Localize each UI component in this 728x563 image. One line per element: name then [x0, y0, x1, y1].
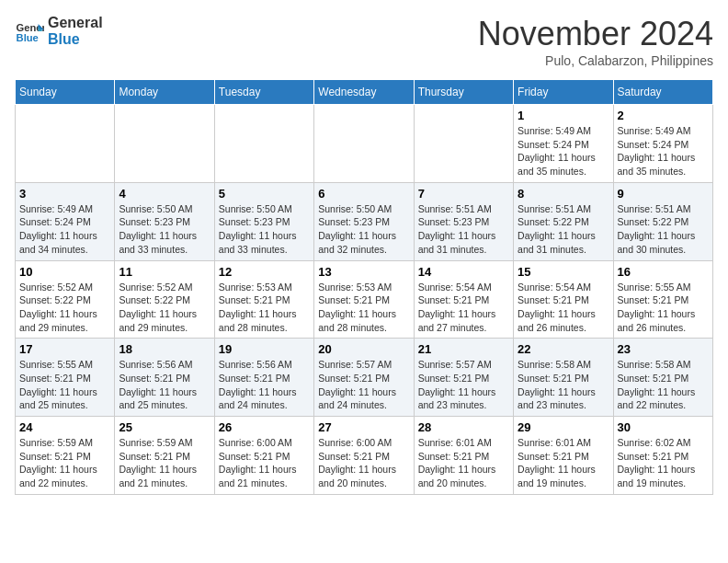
- calendar-cell: [314, 105, 414, 183]
- day-number: 18: [119, 342, 210, 356]
- day-number: 19: [219, 342, 310, 356]
- day-info: Sunrise: 5:56 AM Sunset: 5:21 PM Dayligh…: [119, 358, 210, 412]
- weekday-header-thursday: Thursday: [414, 80, 513, 105]
- calendar-week-5: 24Sunrise: 5:59 AM Sunset: 5:21 PM Dayli…: [16, 417, 713, 495]
- calendar-cell: 22Sunrise: 5:58 AM Sunset: 5:21 PM Dayli…: [514, 339, 613, 417]
- calendar-cell: 15Sunrise: 5:54 AM Sunset: 5:21 PM Dayli…: [514, 260, 613, 339]
- day-number: 13: [318, 265, 409, 279]
- weekday-header-monday: Monday: [115, 80, 214, 105]
- calendar-cell: 10Sunrise: 5:52 AM Sunset: 5:22 PM Dayli…: [16, 260, 115, 339]
- day-number: 17: [19, 342, 110, 356]
- day-info: Sunrise: 5:59 AM Sunset: 5:21 PM Dayligh…: [119, 436, 210, 490]
- calendar-cell: 13Sunrise: 5:53 AM Sunset: 5:21 PM Dayli…: [314, 260, 414, 339]
- day-info: Sunrise: 6:00 AM Sunset: 5:21 PM Dayligh…: [318, 436, 409, 490]
- day-info: Sunrise: 5:57 AM Sunset: 5:21 PM Dayligh…: [418, 358, 509, 412]
- calendar-cell: 11Sunrise: 5:52 AM Sunset: 5:22 PM Dayli…: [115, 260, 214, 339]
- calendar-cell: 8Sunrise: 5:51 AM Sunset: 5:22 PM Daylig…: [514, 182, 613, 260]
- day-info: Sunrise: 5:49 AM Sunset: 5:24 PM Dayligh…: [518, 124, 609, 178]
- weekday-header-sunday: Sunday: [16, 80, 115, 105]
- day-info: Sunrise: 6:01 AM Sunset: 5:21 PM Dayligh…: [518, 436, 609, 490]
- day-info: Sunrise: 5:50 AM Sunset: 5:23 PM Dayligh…: [219, 202, 310, 257]
- calendar-week-3: 10Sunrise: 5:52 AM Sunset: 5:22 PM Dayli…: [16, 260, 713, 339]
- calendar-cell: [414, 105, 513, 183]
- calendar-cell: 9Sunrise: 5:51 AM Sunset: 5:22 PM Daylig…: [613, 182, 712, 260]
- day-info: Sunrise: 5:53 AM Sunset: 5:21 PM Dayligh…: [318, 281, 409, 335]
- calendar-week-2: 3Sunrise: 5:49 AM Sunset: 5:24 PM Daylig…: [16, 182, 713, 260]
- day-number: 21: [418, 342, 509, 356]
- month-title: November 2024: [478, 15, 713, 53]
- weekday-header-saturday: Saturday: [613, 80, 712, 105]
- calendar-cell: [16, 105, 115, 183]
- day-info: Sunrise: 5:56 AM Sunset: 5:21 PM Dayligh…: [219, 358, 310, 412]
- logo-icon: General Blue: [15, 17, 44, 46]
- day-number: 4: [119, 187, 210, 201]
- day-number: 23: [618, 342, 709, 356]
- calendar-week-4: 17Sunrise: 5:55 AM Sunset: 5:21 PM Dayli…: [16, 339, 713, 417]
- calendar-cell: 3Sunrise: 5:49 AM Sunset: 5:24 PM Daylig…: [16, 182, 115, 260]
- calendar-cell: 7Sunrise: 5:51 AM Sunset: 5:23 PM Daylig…: [414, 182, 513, 260]
- day-info: Sunrise: 6:00 AM Sunset: 5:21 PM Dayligh…: [219, 436, 310, 490]
- calendar-table: SundayMondayTuesdayWednesdayThursdayFrid…: [15, 79, 713, 495]
- calendar-cell: 20Sunrise: 5:57 AM Sunset: 5:21 PM Dayli…: [314, 339, 414, 417]
- weekday-header-row: SundayMondayTuesdayWednesdayThursdayFrid…: [16, 80, 713, 105]
- day-number: 27: [318, 420, 409, 434]
- location: Pulo, Calabarzon, Philippines: [478, 53, 713, 68]
- calendar-cell: 6Sunrise: 5:50 AM Sunset: 5:23 PM Daylig…: [314, 182, 414, 260]
- day-info: Sunrise: 5:49 AM Sunset: 5:24 PM Dayligh…: [618, 124, 709, 178]
- day-number: 30: [618, 420, 709, 434]
- logo-wordmark: General Blue: [48, 15, 103, 47]
- day-info: Sunrise: 5:58 AM Sunset: 5:21 PM Dayligh…: [618, 358, 709, 412]
- day-info: Sunrise: 5:54 AM Sunset: 5:21 PM Dayligh…: [518, 281, 609, 335]
- day-number: 7: [418, 187, 509, 201]
- day-info: Sunrise: 5:50 AM Sunset: 5:23 PM Dayligh…: [318, 202, 409, 257]
- calendar-cell: 5Sunrise: 5:50 AM Sunset: 5:23 PM Daylig…: [214, 182, 313, 260]
- calendar-week-1: 1Sunrise: 5:49 AM Sunset: 5:24 PM Daylig…: [16, 105, 713, 183]
- day-info: Sunrise: 5:52 AM Sunset: 5:22 PM Dayligh…: [19, 281, 110, 335]
- day-number: 1: [518, 109, 609, 122]
- calendar-cell: 2Sunrise: 5:49 AM Sunset: 5:24 PM Daylig…: [613, 105, 712, 183]
- calendar-cell: 12Sunrise: 5:53 AM Sunset: 5:21 PM Dayli…: [214, 260, 313, 339]
- day-number: 12: [219, 265, 310, 279]
- day-number: 26: [219, 420, 310, 434]
- calendar-cell: 4Sunrise: 5:50 AM Sunset: 5:23 PM Daylig…: [115, 182, 214, 260]
- calendar-cell: 17Sunrise: 5:55 AM Sunset: 5:21 PM Dayli…: [16, 339, 115, 417]
- day-info: Sunrise: 5:55 AM Sunset: 5:21 PM Dayligh…: [618, 281, 709, 335]
- calendar-cell: 25Sunrise: 5:59 AM Sunset: 5:21 PM Dayli…: [115, 417, 214, 495]
- weekday-header-friday: Friday: [514, 80, 613, 105]
- day-number: 28: [418, 420, 509, 434]
- day-info: Sunrise: 5:51 AM Sunset: 5:23 PM Dayligh…: [418, 202, 509, 257]
- calendar-cell: 30Sunrise: 6:02 AM Sunset: 5:21 PM Dayli…: [613, 417, 712, 495]
- day-number: 16: [618, 265, 709, 279]
- day-info: Sunrise: 5:59 AM Sunset: 5:21 PM Dayligh…: [19, 436, 110, 490]
- day-info: Sunrise: 5:55 AM Sunset: 5:21 PM Dayligh…: [19, 358, 110, 412]
- calendar-cell: 27Sunrise: 6:00 AM Sunset: 5:21 PM Dayli…: [314, 417, 414, 495]
- day-number: 14: [418, 265, 509, 279]
- day-info: Sunrise: 5:49 AM Sunset: 5:24 PM Dayligh…: [19, 202, 110, 257]
- day-number: 25: [119, 420, 210, 434]
- day-info: Sunrise: 5:58 AM Sunset: 5:21 PM Dayligh…: [518, 358, 609, 412]
- calendar-cell: 24Sunrise: 5:59 AM Sunset: 5:21 PM Dayli…: [16, 417, 115, 495]
- day-info: Sunrise: 5:54 AM Sunset: 5:21 PM Dayligh…: [418, 281, 509, 335]
- weekday-header-wednesday: Wednesday: [314, 80, 414, 105]
- calendar-cell: 21Sunrise: 5:57 AM Sunset: 5:21 PM Dayli…: [414, 339, 513, 417]
- calendar-cell: 18Sunrise: 5:56 AM Sunset: 5:21 PM Dayli…: [115, 339, 214, 417]
- calendar-cell: 29Sunrise: 6:01 AM Sunset: 5:21 PM Dayli…: [514, 417, 613, 495]
- day-info: Sunrise: 5:50 AM Sunset: 5:23 PM Dayligh…: [119, 202, 210, 257]
- day-number: 10: [19, 265, 110, 279]
- weekday-header-tuesday: Tuesday: [214, 80, 313, 105]
- day-number: 20: [318, 342, 409, 356]
- day-number: 8: [518, 187, 609, 201]
- svg-text:Blue: Blue: [17, 32, 39, 43]
- calendar-cell: 16Sunrise: 5:55 AM Sunset: 5:21 PM Dayli…: [613, 260, 712, 339]
- day-number: 24: [19, 420, 110, 434]
- day-number: 22: [518, 342, 609, 356]
- calendar-cell: 23Sunrise: 5:58 AM Sunset: 5:21 PM Dayli…: [613, 339, 712, 417]
- day-number: 2: [618, 109, 709, 122]
- day-info: Sunrise: 5:57 AM Sunset: 5:21 PM Dayligh…: [318, 358, 409, 412]
- calendar-cell: 28Sunrise: 6:01 AM Sunset: 5:21 PM Dayli…: [414, 417, 513, 495]
- day-number: 11: [119, 265, 210, 279]
- day-info: Sunrise: 5:52 AM Sunset: 5:22 PM Dayligh…: [119, 281, 210, 335]
- calendar-cell: 19Sunrise: 5:56 AM Sunset: 5:21 PM Dayli…: [214, 339, 313, 417]
- page-header: General Blue General Blue November 2024 …: [15, 15, 713, 68]
- calendar-cell: [214, 105, 313, 183]
